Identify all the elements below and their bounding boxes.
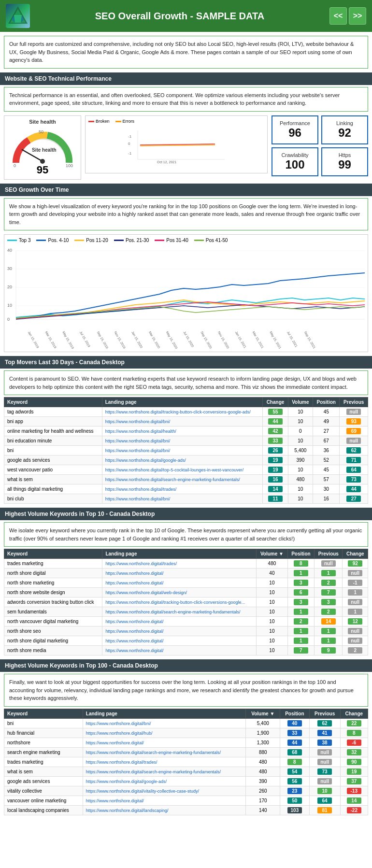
badge: 2: [321, 609, 336, 615]
cell-change: 19: [263, 465, 288, 475]
table-row: local landscaping companies https://www.…: [4, 805, 368, 815]
cell-keyword: bni: [4, 446, 102, 455]
badge: 14: [321, 618, 336, 625]
cell-position: 103: [280, 805, 310, 815]
cell-url: https://www.northshore.digital/landscapi…: [83, 805, 246, 815]
gauge-svg: 0 50 100 Site health: [9, 127, 76, 168]
table-row: north shore digital https://www.northsho…: [4, 569, 368, 578]
cell-keyword: all things digital marketing: [4, 484, 102, 494]
legend-pos31-40: Pos 31-40: [155, 238, 188, 243]
cell-change: 92: [343, 559, 368, 569]
cell-volume: 10: [288, 436, 313, 446]
badge: 2: [321, 580, 336, 586]
cell-url: https://www.northshore.digital/trades/: [83, 757, 246, 767]
cell-position: 1: [287, 636, 314, 646]
table-row: north shore media https://www.northshore…: [4, 646, 368, 655]
svg-text:30: 30: [7, 266, 12, 271]
section5-header: Highest Volume Keywords in Top 100 - Can…: [0, 659, 372, 672]
cell-position: 57: [313, 475, 340, 484]
badge: 9: [321, 647, 336, 654]
badge: 38: [317, 740, 332, 746]
badge: 69: [346, 428, 361, 434]
svg-text:Jul 15, 2021: Jul 15, 2021: [286, 330, 299, 348]
cell-previous: 62: [309, 718, 340, 728]
badge: -6: [347, 740, 361, 746]
prev-button[interactable]: <<: [329, 7, 347, 25]
badge: 12: [348, 618, 362, 625]
cell-change: 14: [340, 796, 368, 805]
cell-volume: 5,400: [246, 718, 280, 728]
kpi-crawlability: Crawlability 100: [272, 147, 318, 176]
badge: 26: [268, 447, 283, 454]
kpi-crawlability-label: Crawlability: [276, 152, 314, 158]
badge: 6: [294, 589, 308, 596]
cell-url: https://www.northshore.digital/search-en…: [83, 767, 246, 776]
badge: 33: [268, 438, 283, 444]
cell-keyword: north shore marketing: [4, 578, 102, 588]
cell-volume: 390: [288, 455, 313, 465]
svg-text:Nov 15, 2019: Nov 15, 2019: [114, 330, 126, 349]
nav-buttons: << >>: [329, 7, 366, 25]
cell-keyword: search engine marketing: [4, 747, 83, 757]
kpi-https-label: Https: [326, 152, 363, 158]
col-previous: Previous: [340, 398, 368, 407]
cell-previous: 1: [315, 626, 343, 636]
cell-position: 33: [280, 728, 310, 738]
svg-text:-1: -1: [128, 151, 132, 156]
section5-table: Keyword Landing page Volume ▼ Position P…: [4, 709, 368, 815]
cell-position: 2: [287, 617, 314, 626]
kpi-https-value: 99: [326, 158, 363, 171]
cell-volume: 10: [288, 407, 313, 417]
cell-previous: null: [309, 747, 340, 757]
cell-previous: null: [340, 436, 368, 446]
cell-keyword: google ads services: [4, 776, 83, 786]
svg-text:Jan 15, 2021: Jan 15, 2021: [235, 330, 247, 349]
badge: -1: [348, 580, 362, 586]
next-button[interactable]: >>: [349, 7, 366, 25]
badge: 73: [317, 768, 332, 775]
cell-change: 2: [343, 646, 368, 655]
table-row: adwords conversion tracking button click…: [4, 598, 368, 607]
cell-position: 1: [287, 626, 314, 636]
cell-previous: 38: [309, 738, 340, 747]
cell-change: -1: [343, 578, 368, 588]
cell-change: 33: [263, 436, 288, 446]
cell-position: 7: [287, 646, 314, 655]
cell-volume: 480: [246, 757, 280, 767]
svg-text:Sep 15, 2019: Sep 15, 2019: [96, 330, 109, 349]
badge: 3: [294, 580, 308, 586]
table-row: west vancouver patio https://www.northsh…: [4, 465, 368, 475]
cell-url: https://www.northshore.digital/tracking-…: [102, 407, 263, 417]
badge: 8: [294, 560, 308, 567]
cell-change: 1: [343, 607, 368, 617]
site-health-gauge: Site health 0 50 100 Site health 95: [4, 115, 81, 180]
badge: 1: [321, 638, 336, 644]
cell-change: 19: [340, 767, 368, 776]
cell-url: https://www.northshore.digital/vitality-…: [83, 786, 246, 796]
badge: 8: [347, 730, 361, 736]
cell-url: https://www.northshore.digital/: [83, 738, 246, 747]
cell-position: 8: [287, 559, 314, 569]
svg-text:40: 40: [7, 248, 12, 253]
table-row: what is sem https://www.northshore.digit…: [4, 475, 368, 484]
badge: 90: [347, 759, 361, 765]
cell-keyword: what is sem: [4, 767, 83, 776]
cell-url: https://www.northshore.digital/tracking-…: [102, 598, 257, 607]
table-row: bni education minute https://www.northsh…: [4, 436, 368, 446]
cell-position: 36: [313, 446, 340, 455]
svg-text:Jul 15, 2020: Jul 15, 2020: [183, 330, 195, 348]
table-row: google ads services https://www.northsho…: [4, 776, 368, 786]
cell-url: https://www.northshore.digital/: [102, 636, 257, 646]
section4-table: Keyword Landing page Volume ▼ Position P…: [4, 549, 368, 655]
svg-text:Nov 15, 2020: Nov 15, 2020: [217, 330, 230, 349]
cell-change: 14: [263, 484, 288, 494]
svg-text:0: 0: [7, 317, 10, 322]
badge: 44: [346, 486, 361, 492]
kpi-grid: Performance 96 Linking 92 Crawlability 1…: [272, 115, 368, 176]
svg-text:Jan 15, 2019: Jan 15, 2019: [28, 330, 40, 349]
badge: 1: [294, 638, 308, 644]
cell-change: -13: [340, 786, 368, 796]
cell-url: https://www.northshore.digital/hub/: [83, 728, 246, 738]
cell-position: 3: [287, 598, 314, 607]
cell-previous: 2: [315, 578, 343, 588]
